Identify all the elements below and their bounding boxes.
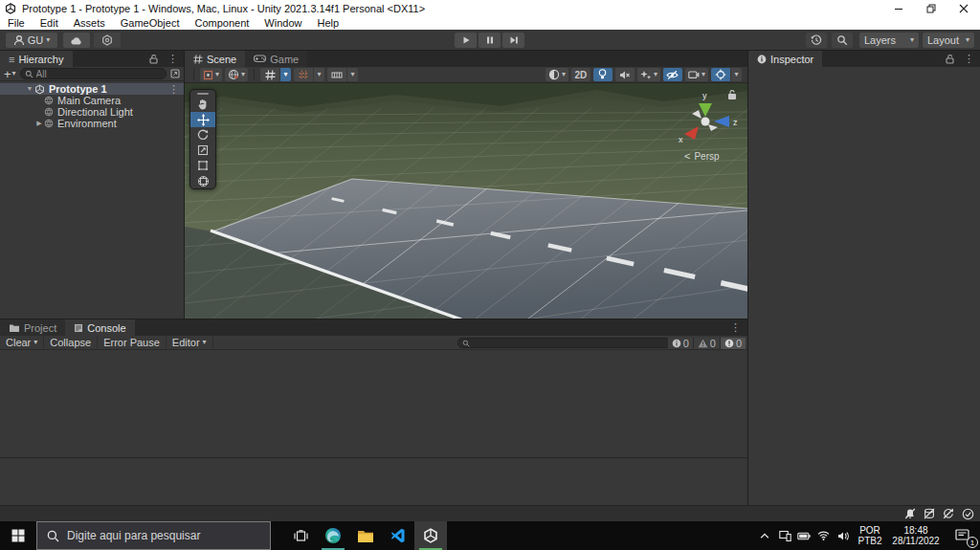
tab-inspector[interactable]: Inspector [748,51,822,67]
palette-drag-handle[interactable] [190,90,215,97]
play-button[interactable] [455,33,477,48]
scene-camera-dropdown[interactable]: ▾ [685,68,708,81]
tray-language-indicator[interactable]: POR PTB2 [854,525,886,546]
tool-settings-orientation-dropdown[interactable]: ▾ [225,68,248,81]
hierarchy-search-field[interactable] [20,68,167,79]
scene-picker-icon[interactable] [170,69,180,78]
step-button[interactable] [502,33,524,48]
menu-help[interactable]: Help [309,17,346,29]
tab-hierarchy[interactable]: ≡ Hierarchy [0,51,73,67]
tab-console[interactable]: Console [65,319,134,336]
taskbar-unity-button[interactable] [414,521,447,550]
gizmos-toggle-button[interactable] [711,68,730,81]
inspector-lock-icon[interactable] [942,51,958,67]
rect-tool[interactable] [190,158,215,173]
projection-toggle[interactable]: < Persp [684,150,720,162]
tree-row-scene[interactable]: ▼ Prototype 1 ⋮ [0,83,184,95]
scene-visibility-toggle[interactable] [663,68,682,81]
restore-button[interactable] [915,0,947,16]
console-log-area[interactable] [0,350,747,458]
pause-button[interactable] [479,33,501,48]
move-tool[interactable] [190,112,215,127]
rotate-tool[interactable] [190,127,215,143]
hierarchy-lock-icon[interactable] [145,51,162,67]
layout-dropdown[interactable]: Layout ▾ [923,33,974,48]
2d-toggle-button[interactable]: 2D [571,68,590,81]
grid-snap-button[interactable] [294,68,313,81]
tree-row-environment[interactable]: ▶ Environment [0,118,184,129]
account-dropdown[interactable]: GU ▾ [6,33,57,48]
tab-game[interactable]: Game [245,51,307,67]
tab-project[interactable]: Project [0,319,65,336]
gizmos-dropdown[interactable]: ▾ [731,68,742,81]
snap-increment-button[interactable] [327,68,346,81]
tree-row-directional-light[interactable]: Directional Light [0,106,184,118]
console-collapse-button[interactable]: Collapse [44,336,98,349]
menu-window[interactable]: Window [256,17,309,29]
action-center-button[interactable]: 1 [946,521,980,550]
console-search-input[interactable] [473,338,671,348]
scene-audio-toggle[interactable] [615,68,635,81]
console-search-field[interactable] [457,338,676,348]
taskbar-vscode-button[interactable] [382,521,414,550]
tree-row-main-camera[interactable]: Main Camera [0,95,184,106]
taskbar-search-box[interactable] [36,521,271,550]
error-icon [724,339,734,348]
menu-assets[interactable]: Assets [66,17,113,29]
search-everything-button[interactable] [832,33,853,48]
tray-device-icon[interactable] [775,521,794,550]
tool-settings-pivot-dropdown[interactable]: ▾ [200,68,222,81]
menu-edit[interactable]: Edit [33,17,66,29]
error-count-toggle[interactable]: 0 [720,338,746,349]
expander-closed-icon[interactable]: ▶ [34,118,44,129]
task-view-button[interactable] [284,521,317,550]
console-editor-dropdown[interactable]: Editor ▾ [167,336,213,349]
console-error-pause-button[interactable]: Error Pause [98,336,167,349]
grid-visibility-control: ▾ [260,68,291,81]
auto-refresh-off-icon[interactable] [943,508,954,519]
inspector-menu-kebab-icon[interactable]: ⋮ [958,51,980,67]
scene-effects-dropdown[interactable]: ▾ [637,68,660,81]
warning-count-toggle[interactable]: 0 [693,338,720,349]
tray-show-hidden-icons-button[interactable] [754,521,775,550]
tray-clock[interactable]: 18:48 28/11/2022 [886,525,946,546]
version-control-button[interactable] [94,33,121,48]
shading-mode-dropdown[interactable]: ▾ [546,68,568,81]
scene-viewport[interactable]: y z x < Persp [185,83,747,319]
view-hand-tool[interactable] [190,97,215,112]
tray-wifi-icon[interactable] [813,521,833,550]
transform-tool[interactable] [190,173,215,188]
menu-component[interactable]: Component [187,17,256,29]
hierarchy-menu-kebab-icon[interactable]: ⋮ [162,51,184,67]
menu-file[interactable]: File [0,17,33,29]
notifications-muted-icon[interactable] [904,508,916,519]
tray-volume-icon[interactable] [833,521,854,550]
background-tasks-icon[interactable] [962,508,974,520]
snap-increment-dropdown[interactable]: ▾ [347,68,358,81]
layers-dropdown[interactable]: Layers ▾ [859,33,919,48]
hierarchy-search-input[interactable] [36,69,162,79]
start-button[interactable] [0,521,36,550]
scale-tool[interactable] [190,143,215,158]
close-button[interactable] [947,0,980,16]
menu-gameobject[interactable]: GameObject [113,17,188,29]
scene-lighting-toggle[interactable] [593,68,612,81]
taskbar-file-explorer-button[interactable] [349,521,382,550]
console-clear-dropdown[interactable]: Clear ▾ [0,336,44,349]
grid-visibility-dropdown[interactable]: ▾ [280,68,291,81]
undo-history-button[interactable] [806,33,827,48]
scene-kebab-icon[interactable]: ⋮ [164,83,184,95]
create-object-button[interactable]: + ▾ [4,68,16,80]
taskbar-search-input[interactable] [67,529,260,542]
cloud-services-button[interactable] [63,33,90,48]
expander-open-icon[interactable]: ▼ [25,83,34,95]
info-count-toggle[interactable]: 0 [667,338,693,349]
grid-visibility-button[interactable] [260,68,279,81]
tray-battery-icon[interactable] [794,521,813,550]
tab-scene[interactable]: Scene [185,51,245,67]
minimize-button[interactable] [882,0,915,16]
console-panel-kebab-icon[interactable]: ⋮ [724,319,747,336]
taskbar-edge-button[interactable] [317,521,349,550]
grid-snap-dropdown[interactable]: ▾ [314,68,324,81]
cache-server-disconnected-icon[interactable] [924,508,935,519]
